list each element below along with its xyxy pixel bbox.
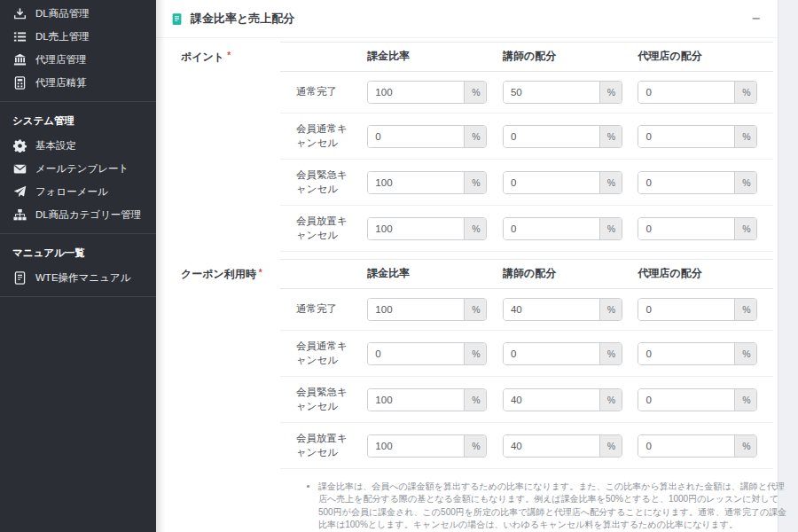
- rate-input[interactable]: [504, 126, 599, 147]
- rate-input[interactable]: [504, 435, 599, 457]
- sidebar-item-follow-mail[interactable]: フォローメール: [0, 180, 156, 203]
- table-row: 会員放置キャンセル % % %: [280, 206, 773, 252]
- list-icon: [12, 30, 27, 43]
- table-row: 通常完了 % % %: [280, 72, 773, 113]
- sidebar-item-label: メールテンプレート: [35, 162, 129, 176]
- section-coupon: クーポン利用時* 課金比率 講師の配分 代理店の配分: [181, 259, 778, 469]
- rate-input-group: %: [638, 388, 757, 411]
- rate-input[interactable]: [504, 172, 599, 193]
- row-label: 会員通常キャンセル: [280, 113, 367, 160]
- sidebar-item-label: フォローメール: [35, 185, 108, 199]
- percent-addon: %: [734, 172, 757, 193]
- rate-input[interactable]: [638, 389, 734, 411]
- rate-input[interactable]: [368, 343, 464, 364]
- percent-addon: %: [734, 218, 757, 239]
- rate-input-group: %: [638, 81, 757, 104]
- sidebar-divider: [0, 296, 156, 297]
- page-scrollbar-gutter[interactable]: [778, 0, 798, 532]
- rate-input[interactable]: [638, 299, 734, 320]
- percent-addon: %: [464, 172, 487, 193]
- percent-addon: %: [734, 299, 757, 320]
- row-label: 会員放置キャンセル: [280, 423, 367, 469]
- percent-addon: %: [599, 82, 622, 103]
- panel-body: ポイント* 課金比率 講師の配分 代理店の配分: [156, 38, 778, 532]
- table-row: 会員放置キャンセル % % %: [280, 423, 773, 469]
- bank-icon: [12, 53, 27, 66]
- table-row: 通常完了 % % %: [280, 289, 773, 331]
- rate-input-group: %: [503, 171, 622, 194]
- sidebar-divider: [0, 101, 156, 102]
- rate-input-group: %: [367, 388, 487, 411]
- collapse-panel-button[interactable]: −: [748, 10, 763, 27]
- sidebar-divider: [0, 233, 156, 234]
- rate-input-group: %: [367, 298, 487, 321]
- coupon-rate-table: 課金比率 講師の配分 代理店の配分 通常完了 % % %: [280, 259, 773, 469]
- rate-input[interactable]: [638, 435, 734, 457]
- rate-input-group: %: [638, 217, 757, 240]
- percent-addon: %: [464, 299, 487, 320]
- sidebar-item-label: DL商品カテゴリー管理: [35, 208, 141, 222]
- rate-input[interactable]: [504, 389, 599, 411]
- sidebar-item-basic-settings[interactable]: 基本設定: [0, 134, 156, 157]
- percent-addon: %: [599, 343, 622, 364]
- rate-input-group: %: [503, 298, 622, 321]
- rate-input-group: %: [367, 217, 487, 240]
- section-label: ポイント*: [181, 42, 280, 252]
- row-label: 通常完了: [280, 72, 367, 113]
- sidebar-item-dl-sales-management[interactable]: DL売上管理: [0, 25, 156, 48]
- row-label: 会員通常キャンセル: [280, 331, 367, 377]
- sidebar-item-agency-management[interactable]: 代理店管理: [0, 48, 156, 71]
- page-title: 課金比率と売上配分: [191, 11, 294, 27]
- percent-addon: %: [599, 172, 622, 193]
- rate-input[interactable]: [504, 218, 599, 239]
- help-notes: 課金比率は、会員への課金額を算出するための比率になります。また、この比率から算出…: [305, 481, 791, 532]
- column-header-instructor-share: 講師の配分: [503, 260, 638, 289]
- rate-input-group: %: [503, 81, 622, 104]
- table-row: 会員緊急キャンセル % % %: [280, 377, 773, 423]
- rate-input[interactable]: [638, 126, 734, 147]
- column-header-instructor-share: 講師の配分: [503, 43, 638, 72]
- percent-addon: %: [464, 389, 487, 411]
- rate-input[interactable]: [368, 172, 464, 193]
- percent-addon: %: [464, 126, 487, 147]
- rate-input[interactable]: [638, 82, 734, 103]
- rate-input[interactable]: [368, 82, 464, 103]
- percent-addon: %: [599, 435, 622, 457]
- row-label: 会員緊急キャンセル: [280, 160, 367, 206]
- gear-icon: [12, 139, 27, 153]
- rate-input[interactable]: [504, 299, 599, 320]
- sidebar-item-mail-template[interactable]: メールテンプレート: [0, 157, 156, 180]
- rate-input-group: %: [367, 81, 487, 104]
- sidebar-section-manual: マニュアル一覧: [0, 241, 156, 266]
- rate-input[interactable]: [504, 82, 599, 103]
- percent-addon: %: [734, 435, 757, 457]
- rate-input[interactable]: [368, 299, 464, 320]
- rate-input[interactable]: [638, 343, 734, 364]
- rate-input[interactable]: [368, 218, 464, 239]
- document-icon: [170, 12, 184, 26]
- percent-addon: %: [734, 343, 757, 364]
- sidebar-item-wte-manual[interactable]: WTE操作マニュアル: [0, 266, 156, 289]
- rate-input-group: %: [503, 342, 622, 365]
- section-points: ポイント* 課金比率 講師の配分 代理店の配分: [181, 42, 778, 252]
- sidebar-item-dl-category-management[interactable]: DL商品カテゴリー管理: [0, 203, 156, 226]
- rate-input[interactable]: [368, 435, 464, 457]
- percent-addon: %: [464, 82, 487, 103]
- rate-input-group: %: [503, 217, 622, 240]
- rate-input[interactable]: [638, 172, 734, 193]
- rate-input-group: %: [638, 171, 757, 194]
- note-item: 課金比率は、会員への課金額を算出するための比率になります。また、この比率から算出…: [318, 481, 791, 531]
- percent-addon: %: [599, 126, 622, 147]
- table-row: 会員緊急キャンセル % % %: [280, 160, 773, 206]
- billing-rate-panel: 課金比率と売上配分 − ポイント* 課金比率: [156, 0, 778, 532]
- sidebar-item-dl-product-management[interactable]: DL商品管理: [0, 2, 156, 25]
- rate-input[interactable]: [638, 218, 734, 239]
- rate-input[interactable]: [368, 389, 464, 411]
- rate-input[interactable]: [368, 126, 464, 147]
- rate-input[interactable]: [504, 343, 599, 364]
- column-header-agency-share: 代理店の配分: [638, 43, 773, 72]
- empty-header-cell: [280, 260, 367, 289]
- column-header-agency-share: 代理店の配分: [638, 260, 773, 289]
- rate-input-group: %: [638, 434, 757, 458]
- sidebar-item-agency-settlement[interactable]: 代理店精算: [0, 71, 156, 94]
